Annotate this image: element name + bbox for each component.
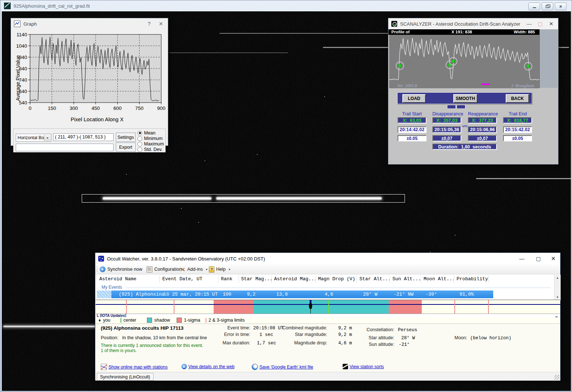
events-table-header[interactable]: Asteroid Name Event Date, UT Rank Star M… [96,275,554,284]
addins-menu[interactable]: Add-ins ▼ [180,266,208,273]
smooth-level-indicator[interactable] [447,105,465,109]
settings-button[interactable]: Settings [116,133,136,142]
export-path-field[interactable] [16,144,114,151]
synchronise-now-button[interactable]: ▶ Synchronise now [100,266,142,273]
scroll-up-icon[interactable]: ▲ [554,275,561,281]
graph-titlebar[interactable]: Graph ? ✕ [11,18,168,29]
resize-grip[interactable] [554,375,560,380]
event-details-panel: (925) Alphonsina occults HIP 17113 Posit… [96,323,560,372]
show-map-link[interactable]: Show online map with stations [101,364,167,370]
radio-mean[interactable]: Mean [137,130,155,136]
load-button[interactable]: LOAD [402,94,426,103]
radio-maximum-circle[interactable] [137,142,142,147]
box-mode-dropdown[interactable]: Horizontal Box ▼ [16,134,51,142]
save-kml-label: Save 'Google Earth' kml file [259,365,313,370]
sigma-limit-line [174,300,174,314]
scanalyzer-control-panel: LOAD SMOOTH BACK Trail Start Disappearan… [388,88,558,153]
station-sorts-link[interactable]: View station sorts [343,364,384,369]
radio-maximum-label: Maximum [144,141,164,147]
box-coords-field[interactable]: ( 211, 497 )-( 1087, 513 ) [53,133,114,141]
occult-watcher-icon [98,256,104,262]
help-menu[interactable]: ? Help ▼ [209,266,231,273]
view-details-label: View details on the web [188,364,235,369]
col-star-alt[interactable]: Star Alt... [359,276,391,282]
star-trail [3,326,107,327]
ow-titlebar[interactable]: Occult Watcher, ver. 3.8.0.17 - Sandvret… [95,253,560,265]
back-button[interactable]: BACK [506,94,529,103]
drift-scan-profile-chart[interactable] [389,35,539,83]
svg-text:150: 150 [48,106,56,111]
you-position-marker[interactable] [309,300,313,314]
disappearance-x-field[interactable]: X: 357,03 [432,117,461,123]
svg-text:1140: 1140 [16,32,27,37]
ow-maximize-icon[interactable]: ▢ [533,253,544,264]
col-moon-alt[interactable]: Moon Alt... [424,276,455,282]
legend-1sigma-label: 1-sigma [184,318,200,323]
col-sun-alt[interactable]: Sun Alt... [392,276,421,282]
radio-stddev[interactable]: Std. Dev. [137,147,162,152]
dropdown-arrow-icon[interactable]: ▼ [44,134,51,141]
occultation-path-bar[interactable] [96,300,560,314]
radio-stddev-circle[interactable] [137,147,142,152]
position-label: Position: [101,335,118,340]
scan-maximize-icon[interactable]: ▢ [535,18,546,29]
close-button[interactable]: × [555,3,567,10]
trail-end-time-field[interactable]: 20:15:42.02 [503,126,532,133]
save-kml-link[interactable]: Save 'Google Earth' kml file [252,364,313,370]
my-events-group-label[interactable]: My Events [102,285,124,290]
col-star-mag[interactable]: Star Mag... [241,276,273,282]
scan-version-label: Ver. 2005.8 [397,83,417,89]
radio-minimum[interactable]: Minimum [137,136,163,141]
reappearance-time-field[interactable]: 20:15:06,96 [468,126,497,133]
fits-image-canvas[interactable]: Graph ? ✕ 540640740840940104011400150300… [2,11,571,391]
disappearance-time-field[interactable]: 20:15:05,36 [432,126,461,133]
col-event-date[interactable]: Event Date, UT [162,276,202,282]
smooth-button[interactable]: SMOOTH [453,94,477,103]
event-row-alphonsina[interactable]: (925) Alphonsina lö 25 mar, 20:15 UT 100… [97,291,493,298]
restore-button[interactable] [542,3,553,10]
trail-start-time-field[interactable]: 20:14:42.02 [398,126,427,133]
star-altitude-value: 28° W [401,336,415,341]
view-details-link[interactable]: eView details on the web [181,364,235,369]
sun-altitude-value: -21° [399,342,410,347]
svg-text:900: 900 [157,106,166,111]
moon-label: Moon: [442,335,467,340]
graph-help-button[interactable]: ? [144,18,155,29]
scanalyzer-titlebar[interactable]: SCANALYZER - Asteroid Occultation Drift-… [388,18,558,29]
disappearance-error-field[interactable]: ±0,07 [432,135,461,141]
col-asteroid-mag[interactable]: Asteroid Mag... [274,276,317,282]
list-scrollbar[interactable]: ▲ ▼ [554,275,561,300]
toolbar-grip [96,266,97,272]
graph-close-icon[interactable]: ✕ [155,18,166,29]
col-rank[interactable]: Rank [221,276,232,282]
configuration-button[interactable]: Configuration [147,266,181,273]
events-list[interactable]: My Events (925) Alphonsina lö 25 mar, 20… [96,284,554,300]
path-centerline [96,304,560,305]
constellation-value: Perseus [398,328,417,333]
col-probability[interactable]: Probability [457,276,488,282]
export-button[interactable]: Export [116,143,136,152]
col-asteroid-name[interactable]: Asteroid Name [99,276,136,282]
col-magn-drop[interactable]: Magn Drop (V) [318,276,355,282]
trail-start-x-field[interactable]: X: 63,03 [398,117,427,123]
row-selection-hatch [97,291,111,298]
reappearance-error-field[interactable]: ±0,07 [468,135,497,141]
radio-mean-circle[interactable] [137,131,142,136]
ow-close-icon[interactable]: ✕ [548,253,559,264]
trail-end-error-field[interactable]: ±0.05 [503,135,532,141]
measurement-selection-box[interactable] [82,194,405,203]
ow-minimize-icon[interactable]: — [516,253,527,264]
center-marker-line [328,300,329,314]
radio-stddev-label: Std. Dev. [144,147,162,152]
cell-probability: 91,0% [460,292,474,297]
radio-maximum[interactable]: Maximum [137,141,164,147]
radio-minimum-circle[interactable] [137,136,142,141]
max-duration-label: Max duration: [199,340,250,345]
scan-close-icon[interactable]: ✕ [546,18,557,29]
reappearance-x-field[interactable]: X: 377,23 [468,117,497,123]
trail-end-x-field[interactable]: X: 818,77 [503,117,532,123]
minimize-button[interactable] [528,3,540,10]
scan-minimize-icon[interactable]: — [524,18,535,29]
trail-start-error-field[interactable]: ±0.05 [398,135,427,141]
error-in-time-label: Error in time: [199,332,250,337]
